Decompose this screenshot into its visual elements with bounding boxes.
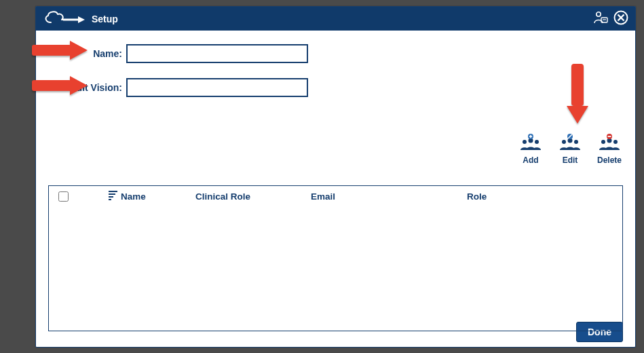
- delete-button[interactable]: Delete: [596, 134, 623, 165]
- consult-vision-input[interactable]: [126, 78, 308, 97]
- form-row-consult-vision: Consult Vision:: [48, 78, 623, 97]
- svg-point-21: [613, 140, 618, 144]
- svg-point-2: [596, 12, 601, 16]
- cloud-arrow-icon: [41, 10, 85, 28]
- edit-button[interactable]: Edit: [556, 134, 584, 165]
- svg-point-19: [601, 140, 605, 144]
- titlebar: Setup: [36, 7, 635, 31]
- add-people-icon: [518, 134, 543, 154]
- dialog-body: Name: Consult Vision:: [36, 31, 635, 317]
- svg-point-16: [574, 140, 578, 144]
- select-all-checkbox[interactable]: [58, 191, 69, 202]
- name-label: Name:: [48, 48, 126, 59]
- consult-vision-label: Consult Vision:: [48, 82, 126, 93]
- svg-point-8: [523, 140, 527, 144]
- form-row-name: Name:: [48, 44, 623, 63]
- members-grid: Name Clinical Role Email Role: [48, 185, 623, 331]
- sort-icon[interactable]: [109, 192, 118, 200]
- add-button[interactable]: Add: [517, 134, 544, 165]
- svg-marker-1: [78, 16, 85, 23]
- svg-point-14: [562, 140, 566, 144]
- edit-people-icon: [558, 134, 582, 154]
- svg-point-10: [535, 140, 539, 144]
- name-input[interactable]: [126, 44, 308, 63]
- col-name-label[interactable]: Name: [121, 191, 146, 202]
- delete-people-icon: [597, 134, 622, 154]
- grid-header: Name Clinical Role Email Role: [49, 186, 622, 206]
- col-role-label[interactable]: Role: [467, 191, 622, 202]
- user-card-icon[interactable]: [593, 11, 608, 27]
- edit-label: Edit: [563, 155, 578, 165]
- close-icon[interactable]: [613, 10, 628, 28]
- delete-label: Delete: [597, 155, 622, 165]
- col-email-label[interactable]: Email: [311, 191, 467, 202]
- col-clinical-role-label[interactable]: Clinical Role: [195, 191, 311, 202]
- action-strip: Add Edit: [517, 134, 623, 165]
- dialog-title: Setup: [92, 14, 118, 24]
- setup-dialog: Setup Name: Consult Vision:: [35, 6, 636, 348]
- add-label: Add: [523, 155, 538, 165]
